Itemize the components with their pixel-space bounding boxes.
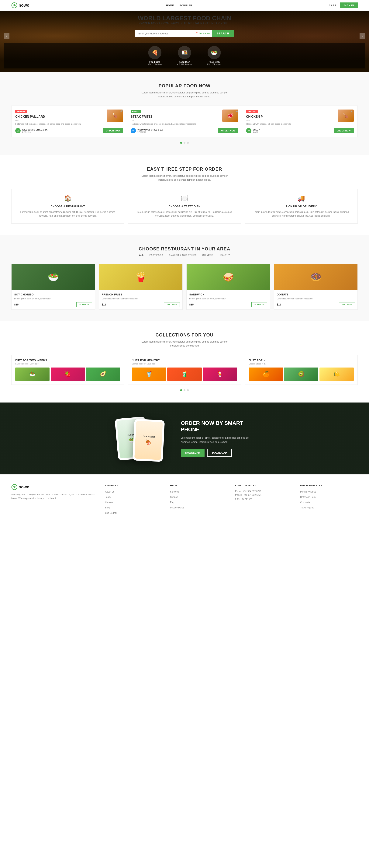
badge-0: New Dish (15, 110, 27, 113)
collections-title: COLLECTIONS FOR YOU (11, 332, 358, 338)
step-card-2: 🚚 PICK UP OR DELIVERY Lorem ipsum dolor … (245, 189, 358, 224)
search-input[interactable] (135, 30, 193, 37)
rest-card-img-2: 🥪 (187, 264, 270, 290)
nav-popular[interactable]: POPULAR (179, 4, 192, 7)
order-btn-2[interactable]: ORDER NOW (334, 128, 354, 133)
coll-img-0-0: 🥗 (15, 368, 49, 381)
coll-dot-1[interactable] (183, 389, 186, 391)
footer-help-links: Services Support Faq Privacy Policy (170, 490, 228, 509)
add-btn-1[interactable]: ADD NOW (164, 302, 180, 307)
collections-dots (11, 389, 358, 391)
rest-card-desc-2: Lorem ipsum dolor sit amet,consectetur (189, 297, 267, 300)
footer-logo-icon (11, 484, 18, 490)
nav-home[interactable]: HOME (166, 4, 174, 7)
footer-important: IMPORTANT LINK Partner With Us Refer and… (300, 484, 358, 516)
footer-important-link-3[interactable]: Travel Agents (300, 506, 314, 509)
footer-help-link-1[interactable]: Support (170, 496, 178, 498)
filter-healthy[interactable]: HEALTHY (219, 254, 230, 258)
footer-company-link-3[interactable]: Blog (105, 506, 110, 509)
rest-card-footer-3: $15 ADD NOW (277, 302, 355, 307)
footer-company: COMPANY About Us Team Careers Blog Bug B… (105, 484, 163, 516)
footer-company-link-2[interactable]: Careers (105, 501, 113, 504)
footer-company-link-0[interactable]: About Us (105, 491, 114, 493)
phone-restaurant: Cafe Baadal (143, 435, 155, 438)
svg-point-1 (14, 5, 15, 6)
search-button[interactable]: SEARCH (212, 30, 234, 37)
footer-help-link-0[interactable]: Services (170, 491, 179, 493)
rest-card-desc-3: Lorem ipsum dolor sit amet,consectetur (277, 297, 355, 300)
hero-section: ‹ WORLD LARGEST FOOD CHAIN ORDER FOOD FR… (0, 0, 369, 72)
collection-card-0: DIET FOR TWO WEEKS Lasted added • Days a… (11, 355, 124, 385)
hero-title: WORLD LARGEST FOOD CHAIN (135, 15, 234, 22)
footer-company-link-1[interactable]: Team (105, 496, 110, 498)
footer-company-link-4[interactable]: Bug Bounty (105, 512, 117, 514)
collections-section: COLLECTIONS FOR YOU Lorem ipsum dolor si… (0, 321, 369, 403)
coll-dot-2[interactable] (187, 389, 189, 391)
footer-help: HELP Services Support Faq Privacy Policy (170, 484, 228, 516)
hero-next-button[interactable]: › (360, 33, 365, 39)
card-footer-1: W WILD WINGS GRILL & BA $ America ORDER … (131, 128, 238, 133)
food-category-0[interactable]: 🍕 Food Dish 4.5/ 127 Reviews (148, 46, 162, 65)
coll-img-1-2: 🍹 (203, 368, 237, 381)
logo[interactable]: nowo (11, 2, 29, 8)
rest-price-1: $15 (102, 303, 106, 306)
footer-logo[interactable]: nowo (11, 484, 98, 490)
rest-card-img-3: 🍩 (274, 264, 358, 290)
popular-card-2: New Dish 27 🍗 CHICKEN P Dish Flatbread w… (242, 105, 358, 137)
download-btn-2[interactable]: DOWNLOAD (207, 449, 232, 457)
footer-important-link-1[interactable]: Refer and Earn (300, 496, 315, 498)
footer-important-link-2[interactable]: Corporate (300, 501, 310, 504)
badge-1: Popular (131, 110, 141, 113)
steps-desc: Lorem ipsum dolor sit amet, consectetur … (137, 174, 232, 182)
footer-help-link-3[interactable]: Privacy Policy (170, 506, 184, 509)
steps-cards: 🏠 CHOOSE A RESTAURANT Lorem ipsum dolor … (11, 189, 358, 224)
order-btn-0[interactable]: ORDER NOW (103, 128, 123, 133)
restaurant-section: CHOOSE RESTAURANT IN YOUR AREA ALL FAST … (0, 235, 369, 321)
sign-in-button[interactable]: SIGN IN (340, 2, 358, 8)
nav-links: HOME POPULAR (166, 4, 192, 7)
step-icon-1: 🍽️ (133, 195, 236, 202)
rest-card-desc-0: Lorem ipsum dolor sit amet,consectetur (14, 297, 92, 300)
filter-chinese[interactable]: CHINESE (202, 254, 213, 258)
filter-all[interactable]: ALL (139, 254, 144, 258)
phone-front: Cafe Baadal 🍖 (132, 419, 165, 462)
filter-snakes[interactable]: SNAKES & SMOOTHIES (169, 254, 197, 258)
coll-img-1-1: 🧃 (167, 368, 202, 381)
logo-icon (11, 2, 18, 8)
footer-important-link-0[interactable]: Partner With Us (300, 491, 316, 493)
card-desc-0: Flatbread with tomatoes, cheese, oil, ga… (15, 122, 123, 126)
rest-card-img-0: 🥗 (11, 264, 95, 290)
filter-fastfood[interactable]: FAST FOOD (149, 254, 163, 258)
steps-title: EASY THREE STEP FOR ORDER (11, 166, 358, 172)
dot-1[interactable] (183, 142, 186, 144)
rest-card-title-2: SANDWICH (189, 293, 267, 296)
collection-imgs-2: 🍊 🥝 🍋 (249, 368, 354, 381)
dot-0[interactable] (180, 142, 182, 144)
locate-button[interactable]: 📍 Locate me (193, 32, 212, 35)
footer-help-link-2[interactable]: Faq (170, 501, 174, 504)
step-title-2: PICK UP OR DELIVERY (249, 205, 353, 208)
footer-contact-title: LIVE CONTACT? (235, 484, 293, 487)
food-category-2[interactable]: 🥗 Food Dish 4.5/ 127 Reviews (207, 46, 221, 65)
collection-sub-0: Lasted added • Days ago (15, 363, 120, 365)
footer-brand: nowo We are glad to have you around - if… (11, 484, 98, 516)
coll-dot-0[interactable] (180, 389, 182, 391)
cart-link[interactable]: CART (329, 4, 336, 7)
app-content: ORDER NOW BY SMART PHONE Lorem ipsum dol… (181, 420, 253, 457)
dot-2[interactable] (187, 142, 189, 144)
download-btn-1[interactable]: DOWNLOAD (181, 449, 205, 457)
hero-prev-button[interactable]: ‹ (4, 33, 9, 39)
step-desc-1: Lorem ipsum dolor sit amet, consectetur … (133, 210, 236, 218)
card-desc-1: Flatbread with tomatoes, cheese, oil, ga… (131, 122, 238, 126)
restaurant-info-1: W WILD WINGS GRILL & BA $ America (131, 128, 163, 133)
app-btns: DOWNLOAD DOWNLOAD (181, 449, 253, 457)
food-category-1[interactable]: 🍱 Food Dish 4.5/ 127 Reviews (177, 46, 192, 65)
step-title-1: CHOOSE A TASTY DISH (133, 205, 236, 208)
add-btn-3[interactable]: ADD NOW (339, 302, 355, 307)
collection-title-1: JUST FOR HEALTHY (132, 359, 237, 362)
step-desc-0: Lorem ipsum dolor sit amet, consectetur … (16, 210, 120, 218)
add-btn-2[interactable]: ADD NOW (251, 302, 267, 307)
rest-card-3: 🍩 DONUTS Lorem ipsum dolor sit amet,cons… (274, 264, 358, 310)
order-btn-1[interactable]: ORDER NOW (218, 128, 238, 133)
add-btn-0[interactable]: ADD NOW (76, 302, 92, 307)
